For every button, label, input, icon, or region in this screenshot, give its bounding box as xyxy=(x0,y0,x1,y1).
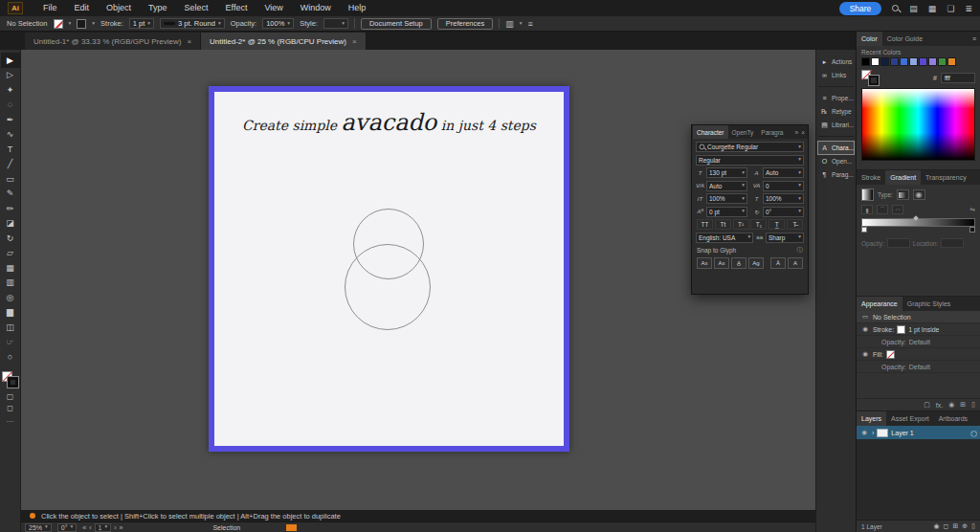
blend-tool[interactable]: ▆ xyxy=(1,305,20,321)
character-panel-tab[interactable]: OpenTy xyxy=(728,125,758,139)
duplicate-item-icon[interactable]: ⊞ xyxy=(960,401,966,409)
panel-button-paragraph[interactable]: ¶ Parag... xyxy=(818,168,854,181)
search-icon[interactable] xyxy=(892,5,899,11)
menu-item[interactable]: Select xyxy=(176,0,217,16)
width-tool[interactable]: ▦ xyxy=(1,260,20,276)
snap-glyph-button[interactable]: Ag xyxy=(748,257,764,269)
magic-wand-tool[interactable]: ✦ xyxy=(1,82,20,98)
snap-glyph-button[interactable]: Ax xyxy=(714,257,729,269)
stroke-gradient-across-icon[interactable]: ◠ xyxy=(892,205,903,214)
vertical-scale-stepper[interactable]: IT 100% ▾ xyxy=(696,193,747,204)
stroke-swatch[interactable] xyxy=(77,19,86,29)
stroke-color-swatch[interactable] xyxy=(869,76,879,85)
antialias-field[interactable]: Sharp ▾ xyxy=(766,233,804,243)
gradient-panel-tab[interactable]: Transparency xyxy=(921,170,971,185)
recent-color-swatch[interactable] xyxy=(938,57,947,66)
new-sublayer-icon[interactable]: ⊞ xyxy=(952,522,958,530)
menu-item[interactable]: Edit xyxy=(66,0,99,16)
pen-tool[interactable]: ✒ xyxy=(1,112,20,127)
case-format-button[interactable]: TT xyxy=(697,219,713,230)
edit-toolbar-icon[interactable]: … xyxy=(7,415,14,424)
fill-caret-icon[interactable]: ▾ xyxy=(69,21,72,27)
layer-visibility-eye-icon[interactable]: ◉ xyxy=(859,429,869,436)
workspace-menu-icon[interactable]: ≣ xyxy=(965,4,972,13)
eyedropper-tool[interactable]: ◎ xyxy=(1,290,20,305)
gradient-thumbnail[interactable] xyxy=(861,188,874,201)
panel-button-retype[interactable]: ℞ Retype xyxy=(818,105,854,118)
font-style-field[interactable]: Regular ▾ xyxy=(696,155,804,166)
case-format-button[interactable]: T̶ xyxy=(787,219,803,230)
case-format-button[interactable]: T̲ xyxy=(768,219,785,230)
gradient-panel-tab[interactable]: Gradient xyxy=(885,170,921,185)
tab-close-icon[interactable]: × xyxy=(352,37,357,46)
menu-item[interactable]: Type xyxy=(140,0,176,16)
reverse-gradient-icon[interactable]: ⇆ xyxy=(970,206,975,213)
stroke-color-swatch[interactable] xyxy=(8,377,18,388)
appearance-stroke-row[interactable]: ◉ Stroke: 1 pt Inside xyxy=(857,323,980,336)
layer-target-icon[interactable]: ◯ xyxy=(970,430,977,436)
menu-item[interactable]: Effect xyxy=(217,0,256,16)
case-format-button[interactable]: T¹ xyxy=(733,219,749,230)
gallery-icon[interactable]: ▤ xyxy=(909,4,918,13)
collapse-panel-icon[interactable]: » xyxy=(795,129,799,136)
selection-tool[interactable]: ▶ xyxy=(1,53,20,68)
last-artboard-icon[interactable]: » xyxy=(120,524,123,531)
layers-panel-tab[interactable]: Layers xyxy=(857,411,886,426)
panel-options-icon[interactable]: ≡ xyxy=(527,19,532,29)
recent-color-swatch[interactable] xyxy=(880,57,889,66)
recent-color-swatch[interactable] xyxy=(919,57,927,66)
panel-button-properties[interactable]: ≡ Prope... xyxy=(818,92,854,104)
panel-button-actions[interactable]: ▸ Actions xyxy=(818,55,854,68)
delete-item-icon[interactable]: ▯ xyxy=(971,401,975,409)
layer-row[interactable]: ◉ › Layer 1 ◯ xyxy=(857,426,980,439)
recent-color-swatch[interactable] xyxy=(861,57,870,66)
panel-button-opentype[interactable]: O Open... xyxy=(818,155,854,167)
font-search-field[interactable]: Courgette Regular ▾ xyxy=(696,142,804,152)
panel-menu-icon[interactable]: ≡ xyxy=(969,32,980,46)
artboard-title-text[interactable]: Create simple avacado in just 4 steps xyxy=(214,109,564,136)
stroke-caret-icon[interactable]: ▾ xyxy=(92,21,95,27)
stroke-gradient-within-icon[interactable]: ▮ xyxy=(861,205,873,214)
color-spectrum[interactable] xyxy=(861,88,975,161)
panel-button-links[interactable]: ∞ Links xyxy=(818,69,854,81)
kerning-stepper[interactable]: V∕A Auto ▾ xyxy=(696,181,747,191)
appearance-stroke-opacity-row[interactable]: Opacity: Default xyxy=(857,336,980,348)
visibility-eye-icon[interactable]: ◉ xyxy=(860,350,870,358)
snap-glyph-button[interactable]: A xyxy=(788,257,803,269)
color-panel-tab[interactable]: Color xyxy=(857,32,882,46)
curvature-tool[interactable]: ∿ xyxy=(1,127,20,143)
recent-color-swatch[interactable] xyxy=(928,57,937,66)
menu-item[interactable]: Object xyxy=(98,0,140,16)
baseline-shift-stepper[interactable]: Aª 0 pt ▾ xyxy=(696,207,747,217)
document-tab[interactable]: Untitled-2* @ 25 % (RGB/CPU Preview) × xyxy=(201,33,367,50)
recent-color-swatch[interactable] xyxy=(909,57,918,66)
hex-value-field[interactable]: fff xyxy=(941,73,975,83)
next-artboard-icon[interactable]: › xyxy=(114,524,116,531)
gradient-slider[interactable] xyxy=(861,218,975,234)
visibility-eye-icon[interactable]: ◉ xyxy=(860,325,870,333)
fill-stroke-indicator[interactable] xyxy=(861,70,879,85)
tracking-stepper[interactable]: VA 0 ▾ xyxy=(752,181,804,191)
new-stroke-icon[interactable]: ▢ xyxy=(924,401,930,409)
tab-close-icon[interactable]: × xyxy=(187,37,191,46)
fill-swatch[interactable] xyxy=(54,19,63,29)
fill-stroke-indicator[interactable] xyxy=(2,371,18,388)
radial-gradient-button[interactable] xyxy=(913,189,925,200)
share-button[interactable]: Share xyxy=(839,2,882,15)
clear-appearance-icon[interactable]: ◉ xyxy=(948,401,954,409)
horizontal-scale-stepper[interactable]: T 100% ▾ xyxy=(752,193,804,204)
previous-artboard-icon[interactable]: ‹ xyxy=(89,524,91,531)
rectangle-tool[interactable]: ▭ xyxy=(1,171,20,187)
linear-gradient-button[interactable] xyxy=(897,189,909,200)
fill-swatch[interactable] xyxy=(886,350,895,359)
eraser-tool[interactable]: ◪ xyxy=(1,216,20,232)
layers-panel-tab[interactable]: Artboards xyxy=(934,411,972,426)
artboard-number-field[interactable]: 1 ▾ xyxy=(95,523,112,532)
artboard-tool[interactable]: ◫ xyxy=(1,320,20,335)
grid-icon[interactable]: ▦ xyxy=(928,4,937,13)
first-artboard-icon[interactable]: « xyxy=(82,524,86,531)
case-format-button[interactable]: Tt xyxy=(715,219,731,230)
menu-item[interactable]: Window xyxy=(292,0,340,16)
screen-mode-icon[interactable]: ◻ xyxy=(7,404,13,412)
snap-glyph-button[interactable]: A̲ xyxy=(731,257,746,269)
